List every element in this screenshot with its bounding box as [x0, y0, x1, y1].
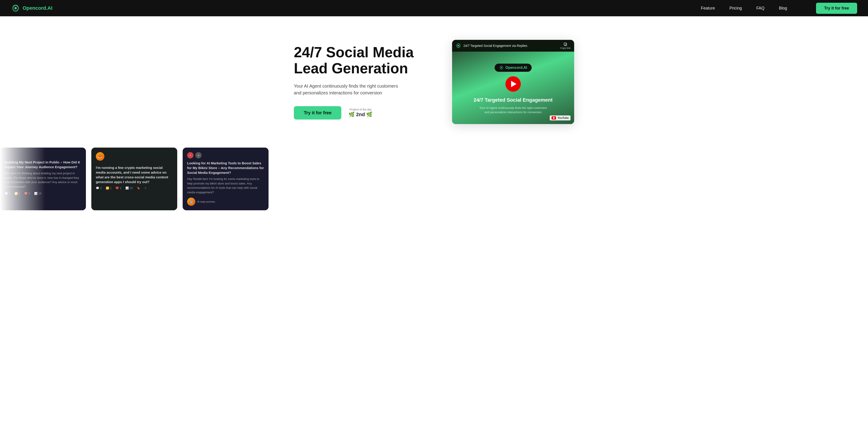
card-2-title: I'm running a few crypto marketing socia… [96, 165, 173, 184]
video-card-body: Opencord.AI 24/7 Targeted Social Engagem… [452, 52, 574, 124]
social-cards-row: ⋯ Building My Next Project in Public – H… [0, 148, 868, 216]
views-count-2: 16 [130, 187, 133, 190]
retweets-count-2: 1 [110, 187, 112, 190]
card-1-views: 📊 16 [34, 192, 41, 195]
video-header-title: 24/7 Targeted Social Engagement via Repl… [463, 44, 558, 48]
play-triangle-icon [511, 81, 517, 87]
card-3-reply-row: 🤖 AI reply preview... [187, 198, 264, 206]
hero-badge: Product of the day 🌿 2nd 🌿 [348, 108, 372, 117]
likes-count: 2 [29, 192, 30, 195]
hero-title: 24/7 Social MediaLead Generation [294, 45, 434, 76]
hero-actions: Try it for free Product of the day 🌿 2nd… [294, 106, 434, 119]
social-card-2: 🦊 I'm running a few crypto marketing soc… [91, 148, 177, 210]
card-3-avatar-2: u [195, 152, 202, 159]
video-header-logo-icon [456, 43, 461, 49]
svg-point-1 [14, 7, 17, 9]
nav-pricing-link[interactable]: Pricing [730, 6, 742, 11]
social-cards-section: ⋯ Building My Next Project in Public – H… [0, 143, 868, 216]
navbar: Opencord.AI Feature Pricing FAQ Blog Try… [0, 0, 868, 16]
hero-left: 24/7 Social MediaLead Generation Your AI… [294, 45, 434, 119]
laurel-left: 🌿 [348, 112, 355, 117]
card-3-user-row: r u [187, 152, 264, 159]
likes-count-2: 2 [120, 187, 121, 190]
laurel-right: 🌿 [366, 112, 372, 117]
like-icon: ❤️ [24, 192, 28, 195]
share-icon: ↗ [144, 187, 147, 190]
video-title: 24/7 Targeted Social Engagement [473, 97, 553, 103]
views-count: 16 [38, 192, 41, 195]
video-card: 24/7 Targeted Social Engagement via Repl… [452, 40, 574, 124]
play-button[interactable] [505, 76, 521, 92]
logo-text: Opencord.AI [23, 5, 53, 11]
card-3-reply-text: AI reply preview... [197, 200, 264, 203]
card-1-stats: 💬 2 🔁 1 ❤️ 2 📊 16 [4, 192, 81, 195]
video-card-header: 24/7 Targeted Social Engagement via Repl… [452, 40, 574, 52]
hero-cta-button[interactable]: Try it for free [294, 106, 341, 119]
badge-rank: 🌿 2nd 🌿 [348, 112, 372, 117]
views-icon-2: 📊 [125, 187, 129, 190]
badge-rank-value: 2nd [356, 112, 365, 117]
comment-icon-2: 💬 [96, 187, 99, 190]
svg-rect-5 [564, 43, 566, 45]
brand-pill-text: Opencord.AI [505, 66, 527, 70]
bookmark-icon: 🔖 [137, 187, 140, 190]
card-1-retweets: 🔁 1 [14, 192, 20, 195]
card-1-body: Hey fam! I'm thinking about building my … [4, 171, 81, 189]
card-3-avatar-1: r [187, 152, 193, 159]
card-1-comments: 💬 2 [4, 192, 10, 195]
card-1-header: ⋯ [4, 152, 81, 157]
svg-point-7 [501, 67, 502, 68]
video-brand-pill: Opencord.AI [495, 64, 532, 72]
card-3-body: Hey Reddit fam! I'm looking for some mar… [187, 177, 264, 194]
brand-pill-icon [499, 65, 504, 70]
comment-icon: 💬 [4, 192, 8, 195]
badge-label: Product of the day [349, 108, 371, 111]
card-2-bookmark: 🔖 [137, 187, 140, 190]
nav-feature-link[interactable]: Feature [701, 6, 715, 11]
card-3-reply-avatar: 🤖 [187, 198, 195, 206]
nav-cta-button[interactable]: Try it for free [816, 3, 857, 14]
hero-subtitle: Your AI Agent continuously finds the rig… [294, 83, 402, 96]
youtube-icon [552, 116, 556, 119]
video-copy-button[interactable]: Copy link [560, 42, 570, 49]
copy-icon [563, 42, 567, 46]
card-2-likes: ❤️ 2 [116, 187, 121, 190]
logo-link[interactable]: Opencord.AI [11, 3, 53, 13]
card-2-views: 📊 16 [125, 187, 133, 190]
hero-right: 24/7 Targeted Social Engagement via Repl… [452, 40, 574, 124]
card-2-user-row: 🦊 [96, 152, 173, 163]
retweet-icon-2: 🔁 [106, 187, 109, 190]
comments-count: 2 [9, 192, 10, 195]
retweets-count: 1 [19, 192, 20, 195]
video-description: Your AI Agent continuously finds the rig… [479, 106, 547, 115]
nav-faq-link[interactable]: FAQ [756, 6, 765, 11]
card-2-share: ↗ [144, 187, 147, 190]
card-1-likes: ❤️ 2 [24, 192, 30, 195]
yt-play-triangle [553, 117, 555, 119]
copy-label: Copy link [560, 47, 570, 49]
card-3-title: Looking for AI Marketing Tools to Boost … [187, 161, 264, 175]
svg-point-3 [458, 45, 459, 47]
nav-blog-link[interactable]: Blog [779, 6, 787, 11]
views-icon: 📊 [34, 192, 37, 195]
card-2-comments: 💬 2 [96, 187, 102, 190]
social-card-1: ⋯ Building My Next Project in Public – H… [0, 148, 86, 210]
youtube-logo: YouTube [550, 115, 570, 120]
card-1-title: Building My Next Project in Public – How… [4, 160, 81, 169]
logo-icon [11, 3, 20, 13]
like-icon-2: ❤️ [116, 187, 119, 190]
nav-links: Feature Pricing FAQ Blog Try it for free [701, 3, 857, 14]
social-card-3: r u Looking for AI Marketing Tools to Bo… [183, 148, 269, 210]
card-2-stats: 💬 2 🔁 1 ❤️ 2 📊 16 🔖 [96, 187, 173, 190]
hero-section: 24/7 Social MediaLead Generation Your AI… [0, 16, 868, 143]
retweet-icon: 🔁 [14, 192, 18, 195]
comments-count-2: 2 [100, 187, 102, 190]
card-2-retweets: 🔁 1 [106, 187, 112, 190]
youtube-text: YouTube [557, 116, 569, 119]
card-2-avatar: 🦊 [96, 152, 104, 161]
